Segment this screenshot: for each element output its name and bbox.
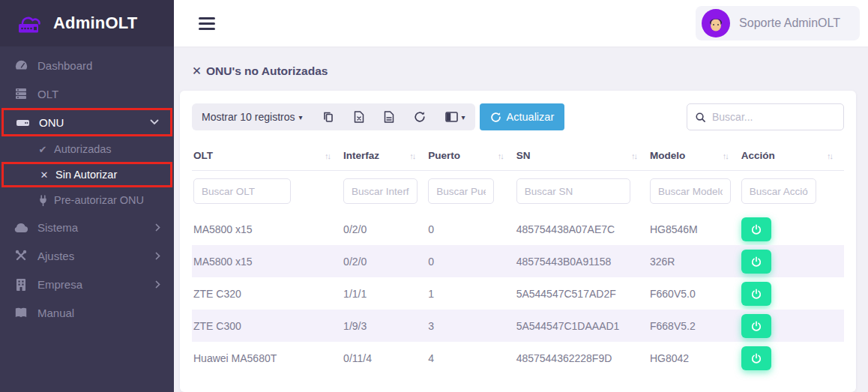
- tools-icon: [13, 249, 29, 262]
- sidebar-item-label: Manual: [37, 307, 160, 319]
- cell-sn: 4857544362228F9D: [515, 342, 648, 374]
- column-header-interfaz[interactable]: Interfaz↑↓: [342, 142, 427, 171]
- column-header-puerto[interactable]: Puerto↑↓: [427, 142, 514, 171]
- sort-icon: ↑↓: [498, 151, 507, 160]
- filter-interfaz-input[interactable]: [343, 178, 418, 204]
- topbar: Soporte AdminOLT: [174, 0, 868, 46]
- sidebar-item-label: OLT: [37, 88, 160, 100]
- cell-puerto: 0: [427, 245, 514, 277]
- datatable-button-group: Mostrar 10 registros ▾: [192, 103, 475, 130]
- cell-modelo: HG8546M: [648, 213, 740, 245]
- filter-sn-input[interactable]: [516, 178, 630, 204]
- column-header-olt[interactable]: OLT↑↓: [192, 142, 342, 171]
- chevron-right-icon: [155, 252, 160, 260]
- column-header-sn[interactable]: SN↑↓: [515, 142, 648, 171]
- sidebar-item-label: Dashboard: [37, 59, 160, 72]
- sidebar-item-sistema[interactable]: Sistema: [0, 213, 174, 241]
- refresh-icon: [490, 112, 501, 123]
- authorize-power-button[interactable]: [741, 217, 771, 241]
- sidebar-item-sin-autorizar[interactable]: ✕ Sin Autorizar: [1, 162, 172, 187]
- sidebar-item-onu[interactable]: ONU: [1, 108, 172, 136]
- cell-sn: 5A544547C517AD2F: [515, 277, 648, 310]
- authorize-power-button[interactable]: [741, 314, 771, 338]
- book-icon: [13, 307, 29, 319]
- cell-modelo: F668V5.2: [648, 310, 740, 342]
- sidebar-item-manual[interactable]: Manual: [0, 298, 174, 327]
- cell-puerto: 1: [427, 277, 514, 310]
- sidebar-item-empresa[interactable]: Empresa: [0, 270, 174, 298]
- table-row: Huawei MA5680T 0/11/4 4 4857544362228F9D…: [192, 342, 844, 374]
- cell-interfaz: 0/2/0: [342, 213, 427, 245]
- reload-button[interactable]: [404, 103, 435, 130]
- filter-accion-input[interactable]: [741, 178, 816, 204]
- search-input[interactable]: [712, 111, 836, 123]
- filter-olt-input[interactable]: [193, 178, 291, 204]
- global-search: [687, 103, 844, 130]
- cell-modelo: HG8042: [648, 342, 740, 374]
- column-header-accion[interactable]: Acción↑↓: [740, 142, 844, 171]
- sidebar-item-label: Ajustes: [37, 250, 155, 262]
- sort-icon: ↑↓: [325, 151, 334, 160]
- sort-icon: ↑↓: [409, 151, 419, 160]
- cell-sn: 5A544547C1DAAAD1: [515, 310, 648, 342]
- sidebar-item-autorizadas[interactable]: ✔ Autorizadas: [0, 136, 174, 162]
- caret-down-icon: ▾: [298, 113, 302, 121]
- app-logo[interactable]: AdminOLT: [0, 0, 174, 46]
- sidebar-item-label: ONU: [39, 116, 150, 129]
- close-icon: ✕: [192, 64, 202, 78]
- search-icon: [695, 112, 706, 123]
- filter-puerto-input[interactable]: [428, 178, 494, 204]
- column-header-modelo[interactable]: Modelo↑↓: [648, 142, 740, 171]
- power-icon: [751, 256, 762, 267]
- cell-olt: ZTE C320: [192, 277, 342, 310]
- authorize-power-button[interactable]: [741, 250, 771, 274]
- sidebar-item-label: Pre-autorizar ONU: [54, 194, 160, 206]
- plug-icon: [36, 195, 49, 206]
- copy-icon: [322, 111, 334, 123]
- sidebar: AdminOLT Dashboard OLT ONU ✔ Auto: [0, 0, 174, 392]
- hamburger-menu-icon[interactable]: [199, 17, 215, 30]
- brand-cloud-router-icon: [15, 10, 46, 36]
- sidebar-item-pre-autorizar[interactable]: Pre-autorizar ONU: [0, 187, 174, 213]
- filter-row: [192, 171, 844, 214]
- main-area: Soporte AdminOLT ✕ ONU's no Autorizadas …: [174, 0, 868, 392]
- cell-olt: MA5800 x15: [192, 213, 342, 245]
- excel-file-icon: [354, 111, 364, 123]
- copy-button[interactable]: [313, 103, 344, 130]
- authorize-power-button[interactable]: [741, 346, 771, 370]
- cell-olt: MA5800 x15: [192, 245, 342, 277]
- power-icon: [751, 289, 762, 299]
- cell-puerto: 0: [427, 213, 514, 245]
- actualizar-button[interactable]: Actualizar: [480, 103, 565, 130]
- user-menu[interactable]: Soporte AdminOLT: [696, 6, 860, 40]
- length-menu-button[interactable]: Mostrar 10 registros ▾: [192, 103, 313, 130]
- excel-export-button[interactable]: [344, 103, 374, 130]
- cell-modelo: F660V5.0: [648, 277, 740, 310]
- power-icon: [751, 353, 762, 364]
- cell-interfaz: 0/11/4: [342, 342, 427, 374]
- sidebar-item-ajustes[interactable]: Ajustes: [0, 241, 174, 270]
- cloud-icon: [13, 222, 29, 233]
- chevron-down-icon: [150, 119, 159, 125]
- chevron-right-icon: [155, 280, 160, 289]
- refresh-icon: [414, 111, 426, 123]
- file-export-button[interactable]: [374, 103, 404, 130]
- server-icon: [13, 87, 29, 100]
- check-icon: ✔: [36, 144, 49, 155]
- cell-sn: 48575443B0A91158: [515, 245, 648, 277]
- table-row: MA5800 x15 0/2/0 0 485754438A07AE7C HG85…: [192, 213, 844, 245]
- caret-down-icon: ▾: [462, 113, 465, 121]
- sidebar-item-dashboard[interactable]: Dashboard: [0, 51, 174, 79]
- user-name: Soporte AdminOLT: [739, 16, 840, 30]
- table-row: ZTE C320 1/1/1 1 5A544547C517AD2F F660V5…: [192, 277, 844, 310]
- authorize-power-button[interactable]: [741, 282, 771, 306]
- page-title: ✕ ONU's no Autorizadas: [192, 64, 868, 78]
- app-title: AdminOLT: [53, 13, 137, 33]
- sort-icon: ↑↓: [723, 151, 732, 160]
- cell-sn: 485754438A07AE7C: [515, 213, 648, 245]
- sidebar-item-olt[interactable]: OLT: [0, 79, 174, 108]
- building-icon: [13, 278, 29, 291]
- sidebar-item-label: Autorizadas: [54, 143, 160, 155]
- column-visibility-button[interactable]: ▾: [435, 103, 475, 130]
- filter-modelo-input[interactable]: [650, 178, 731, 204]
